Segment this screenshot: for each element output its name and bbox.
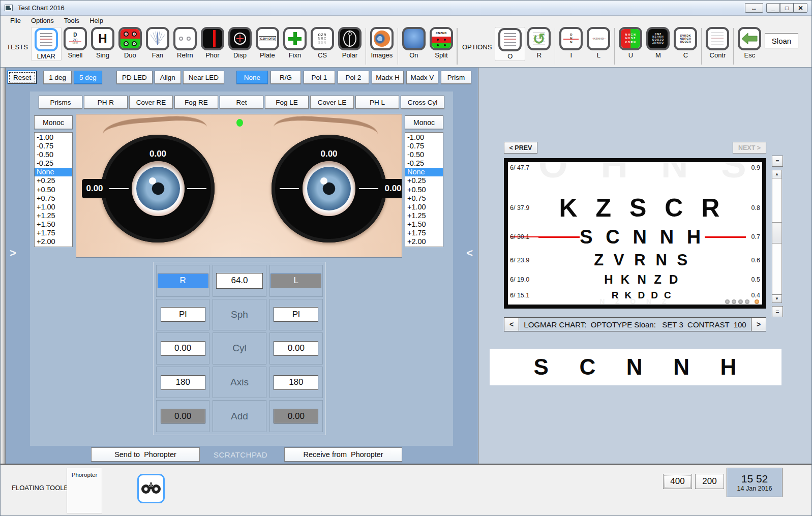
expand-left-chevron[interactable]: > (10, 247, 16, 260)
test-button-fixn[interactable]: Fixn (281, 27, 309, 59)
resize-icon[interactable]: ↔ (745, 3, 763, 13)
lens-dial[interactable]: 0.00 (272, 135, 386, 242)
monoc-option-selected[interactable]: None (405, 168, 443, 176)
monoc-option[interactable]: +1.00 (405, 203, 443, 211)
test-button-plate[interactable]: GJ04 DFB Plate (254, 27, 281, 59)
monoc-option[interactable]: -0.25 (35, 159, 72, 168)
cyl-left-input[interactable]: 0.00 (274, 341, 318, 356)
option-button-c[interactable]: SVKDKNDRGH RODZR C (672, 27, 699, 59)
filter-madx-h-button[interactable]: Madx H (372, 71, 404, 84)
option-button-m[interactable]: CNZNZHKH ODOZOZRNRO M (644, 27, 672, 59)
option-button-contr[interactable]: Contr (704, 27, 731, 59)
monoc-option[interactable]: +1.25 (405, 211, 443, 220)
scrollbar-track[interactable] (772, 178, 782, 294)
monoc-button[interactable]: Monoc (34, 115, 73, 129)
monoc-option[interactable]: -1.00 (35, 133, 72, 142)
option-button-l[interactable]: KZNHD L (585, 27, 612, 59)
chart-corner-icons[interactable] (725, 299, 759, 304)
filter-none-button[interactable]: None (236, 71, 268, 84)
sph-right-input[interactable]: Pl (161, 307, 205, 322)
pd-input[interactable]: 64.0 (216, 273, 263, 289)
cross-cyl-button[interactable]: Cross Cyl (401, 96, 444, 109)
monoc-option[interactable]: +0.75 (405, 194, 443, 203)
monoc-option[interactable]: -1.00 (405, 133, 443, 142)
monoc-option[interactable]: +0.25 (35, 176, 72, 185)
option-button-i[interactable]: DH N I (557, 27, 585, 59)
monoc-option-selected[interactable]: None (35, 168, 72, 176)
left-eye-header[interactable]: L (270, 274, 321, 288)
status-prev-button[interactable]: < (504, 317, 519, 331)
chart-size-up-button[interactable]: = (772, 156, 783, 167)
prev-chart-button[interactable]: < PREV (504, 142, 537, 154)
fog-le-button[interactable]: Fog LE (265, 96, 309, 109)
filter-prism-button[interactable]: Prism (441, 71, 471, 84)
monoc-listbox[interactable]: -1.00 -0.75 -0.50 -0.25 None +0.25 +0.50… (34, 132, 73, 247)
scrollbar-thumb[interactable] (772, 222, 782, 244)
monoc-option[interactable]: -0.50 (35, 150, 72, 159)
filter-madx-v-button[interactable]: Madx V (406, 71, 438, 84)
monoc-option[interactable]: +0.50 (35, 186, 72, 194)
lens-axis-tab[interactable]: 0.00 (82, 179, 107, 198)
trial-lens-right-eye[interactable]: 0.00 0.00 (101, 135, 215, 242)
next-chart-button[interactable]: NEXT > (733, 142, 766, 154)
filter-pol1-button[interactable]: Pol 1 (304, 71, 335, 84)
reset-button[interactable]: Reset (8, 71, 37, 84)
cyl-right-input[interactable]: 0.00 (161, 341, 205, 356)
menu-help[interactable]: Help (85, 16, 108, 25)
near-led-button[interactable]: Near LED (183, 71, 224, 84)
ph-l-button[interactable]: PH L (355, 96, 399, 109)
menu-options[interactable]: Options (26, 16, 58, 25)
phoropter-button[interactable] (137, 474, 165, 503)
monoc-option[interactable]: +0.75 (35, 194, 72, 203)
add-right-input[interactable]: 0.00 (161, 409, 205, 423)
monoc-option[interactable]: +2.00 (35, 237, 72, 246)
chart-size-down-button[interactable]: = (772, 306, 783, 317)
minimize-button[interactable]: _ (766, 3, 780, 13)
chart-scrollbar[interactable]: ▲ ▼ (772, 170, 782, 303)
axis-left-input[interactable]: 180 (274, 375, 318, 390)
cover-re-button[interactable]: Cover RE (129, 96, 173, 109)
test-button-snell[interactable]: D ZC NHV Snell (62, 27, 89, 59)
monoc-option[interactable]: -0.75 (35, 142, 72, 150)
filter-pol2-button[interactable]: Pol 2 (338, 71, 369, 84)
monoc-option[interactable]: -0.50 (405, 150, 443, 159)
maximize-button[interactable]: □ (780, 3, 794, 13)
monoc-option[interactable]: -0.75 (405, 142, 443, 150)
test-button-polar[interactable]: Polar (336, 27, 364, 59)
monoc-option[interactable]: +0.25 (405, 176, 443, 185)
cover-le-button[interactable]: Cover LE (310, 96, 354, 109)
test-button-fan[interactable]: Fan (144, 27, 171, 59)
monoc-option[interactable]: +2.00 (405, 237, 443, 246)
menu-tools[interactable]: Tools (59, 16, 84, 25)
test-button-refrn[interactable]: Refrn (171, 27, 199, 59)
test-button-on[interactable]: On (400, 27, 428, 59)
monoc-option[interactable]: +1.75 (35, 229, 72, 237)
monoc-option[interactable]: +0.50 (405, 186, 443, 194)
lens-dial[interactable]: 0.00 (101, 135, 215, 242)
monoc-option[interactable]: -0.25 (405, 159, 443, 168)
test-button-lmar[interactable]: LMAR (33, 28, 60, 60)
test-button-disp[interactable]: Disp (226, 27, 254, 59)
option-button-o[interactable]: O (496, 28, 524, 60)
scroll-up-icon[interactable]: ▲ (772, 170, 782, 178)
menu-file[interactable]: File (6, 16, 25, 25)
status-next-button[interactable]: > (751, 317, 766, 331)
trial-lens-left-eye[interactable]: 0.00 0.00 (272, 135, 386, 242)
sph-left-input[interactable]: Pl (274, 307, 318, 322)
filter-rg-button[interactable]: R/G (270, 71, 301, 84)
align-button[interactable]: Align (155, 71, 181, 84)
scroll-down-icon[interactable]: ▼ (772, 294, 782, 303)
size-200-button[interactable]: 200 (695, 474, 724, 489)
prisms-button[interactable]: Prisms (39, 96, 82, 109)
monoc-button[interactable]: Monoc (405, 115, 443, 129)
monoc-option[interactable]: +1.75 (405, 229, 443, 237)
option-button-r[interactable]: ↺ R (525, 27, 553, 59)
test-button-duo[interactable]: Duo (116, 27, 144, 59)
monoc-option[interactable]: +1.25 (35, 211, 72, 220)
pd-led-button[interactable]: PD LED (116, 71, 153, 84)
close-button[interactable]: ✕ (794, 3, 807, 13)
test-button-cs[interactable]: OZR NRC SSN CS (309, 27, 336, 59)
ret-button[interactable]: Ret (220, 96, 263, 109)
deg-1-button[interactable]: 1 deg (43, 71, 72, 84)
test-button-phor[interactable]: Phor (199, 27, 226, 59)
